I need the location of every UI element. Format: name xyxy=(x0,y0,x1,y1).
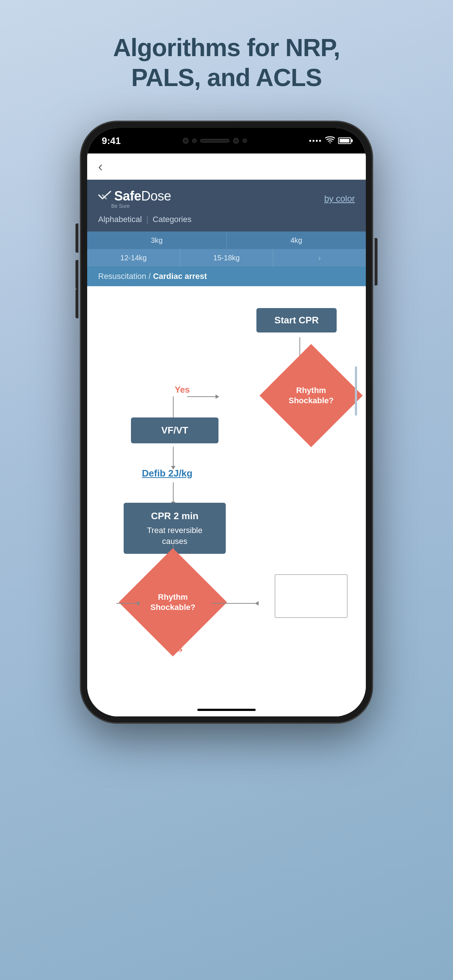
logo-check-icon xyxy=(98,190,111,203)
vfvt-box: VF/VT xyxy=(131,417,219,443)
nav-categories[interactable]: Categories xyxy=(153,215,191,224)
yes-label-2: Yes xyxy=(167,643,182,654)
battery-icon xyxy=(338,137,351,144)
page-title: Algorithms for NRP, PALS, and ACLS xyxy=(113,33,340,92)
flowchart: Start CPR RhythmShockable? Yes xyxy=(94,301,359,629)
cpr2-subtitle: Treat reversiblecauses xyxy=(131,525,219,547)
weight-row-2: 12-14kg 15-18kg › xyxy=(87,249,366,267)
no-path-box xyxy=(274,574,348,618)
scrollbar xyxy=(355,366,357,415)
arrow-vfvt-to-defib xyxy=(173,447,174,467)
nav-alphabetical[interactable]: Alphabetical xyxy=(98,215,142,224)
signal-icon: •••• xyxy=(309,137,322,145)
flowchart-area[interactable]: Start CPR RhythmShockable? Yes xyxy=(87,286,366,703)
svg-point-0 xyxy=(329,142,330,143)
back-button[interactable]: ‹ xyxy=(98,160,103,173)
speaker-icon xyxy=(200,139,230,143)
logo-area: SafeDose Be Sure xyxy=(98,188,171,209)
status-icons: •••• xyxy=(309,136,351,145)
status-time: 9:41 xyxy=(102,135,121,146)
arrow-diamond2-right xyxy=(212,603,256,604)
logo-text: SafeDose xyxy=(114,188,171,204)
dot-sensor-2 xyxy=(242,138,247,143)
by-color-link[interactable]: by color xyxy=(324,194,355,204)
wifi-icon xyxy=(325,136,335,145)
weight-selector: 3kg 4kg 12-14kg 15-18kg › xyxy=(87,232,366,267)
camera-icon-2 xyxy=(233,138,239,144)
app-content: ‹ xyxy=(87,153,366,716)
header-top: SafeDose Be Sure by color xyxy=(98,188,355,209)
camera-icon xyxy=(183,138,188,144)
notch-area xyxy=(183,138,247,144)
breadcrumb-current: Cardiac arrest xyxy=(153,272,207,281)
phone-mockup: 9:41 •••• xyxy=(81,121,372,723)
nav-divider: | xyxy=(146,215,148,224)
arrow-loop-left xyxy=(116,603,136,604)
logo-subtitle: Be Sure xyxy=(98,203,171,209)
status-bar: 9:41 •••• xyxy=(87,128,366,153)
diamond-rhythm-shockable-1-text: RhythmShockable? xyxy=(274,359,348,432)
diamond-rhythm-shockable-2-text: RhythmShockable? xyxy=(135,564,211,641)
arrow-to-vfvt xyxy=(173,396,174,418)
yes-label-1: Yes xyxy=(175,385,190,395)
weight-cell-3kg[interactable]: 3kg xyxy=(87,232,227,249)
dot-sensor xyxy=(192,138,196,143)
start-cpr-box: Start CPR xyxy=(257,308,337,332)
phone-screen: 9:41 •••• xyxy=(87,128,366,716)
nav-bar: ‹ xyxy=(87,153,366,180)
home-bar xyxy=(197,709,256,711)
breadcrumb-parent: Resuscitation xyxy=(98,272,146,281)
breadcrumb-divider: / xyxy=(148,272,153,281)
cpr2-box: CPR 2 min Treat reversiblecauses xyxy=(124,503,226,554)
home-indicator xyxy=(87,703,366,716)
weight-cell-more[interactable]: › xyxy=(273,249,366,267)
arrow-defib-to-cpr2 xyxy=(173,482,174,503)
weight-cell-4kg[interactable]: 4kg xyxy=(227,232,366,249)
weight-row-1: 3kg 4kg xyxy=(87,232,366,249)
cpr2-title: CPR 2 min xyxy=(131,509,219,522)
weight-cell-15-18kg[interactable]: 15-18kg xyxy=(180,249,273,267)
app-header: SafeDose Be Sure by color Alphabetical |… xyxy=(87,180,366,232)
defib-link[interactable]: Defib 2J/kg xyxy=(142,468,193,479)
arrow-diamond-left xyxy=(187,396,216,397)
header-nav: Alphabetical | Categories xyxy=(98,215,355,224)
weight-cell-12-14kg[interactable]: 12-14kg xyxy=(87,249,180,267)
breadcrumb: Resuscitation / Cardiac arrest xyxy=(87,267,366,286)
